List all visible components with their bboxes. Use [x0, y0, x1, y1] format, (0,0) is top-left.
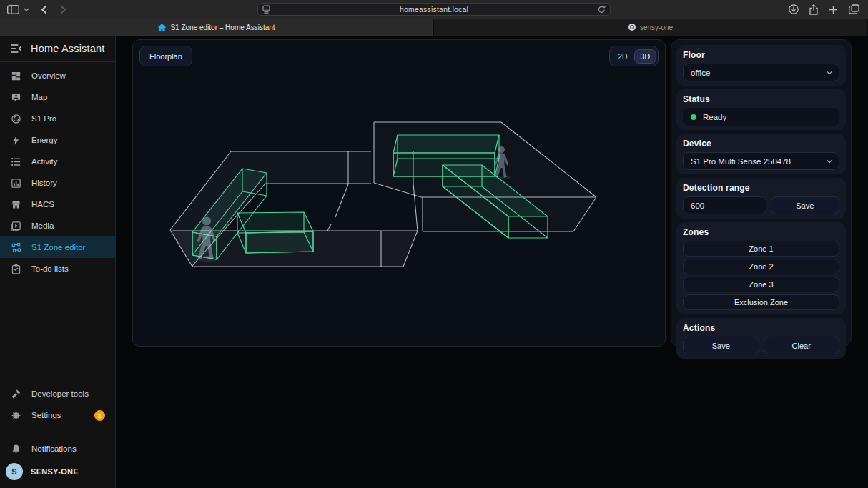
floor-title: Floor	[683, 49, 839, 61]
chevron-down-icon[interactable]	[24, 8, 29, 11]
forward-icon[interactable]	[60, 5, 66, 14]
sidebar-item-settings[interactable]: Settings 1	[0, 404, 115, 426]
hammer-icon	[10, 389, 22, 399]
tab-title: S1 Zone editor – Home Assistant	[170, 24, 275, 31]
gear-icon	[10, 410, 22, 421]
device-select[interactable]: S1 Pro Multi Sense 250478	[683, 152, 839, 170]
floorplan-button[interactable]: Floorplan	[139, 46, 192, 66]
sidebar-item-energy[interactable]: Energy	[0, 129, 115, 151]
status-title: Status	[683, 94, 839, 105]
radar-icon	[10, 114, 22, 124]
status-value: Ready	[703, 113, 726, 121]
tab-home-assistant[interactable]: S1 Zone editor – Home Assistant	[0, 19, 434, 36]
map-icon	[10, 92, 22, 103]
sidebar: Home Assistant Overview Map S1 Pro Energ…	[0, 36, 116, 488]
clipboard-icon	[10, 264, 22, 274]
toggle-3d[interactable]: 3D	[634, 49, 656, 64]
menu-open-icon[interactable]	[10, 44, 22, 54]
sidebar-item-s1-pro[interactable]: S1 Pro	[0, 108, 115, 129]
sidebar-item-map[interactable]: Map	[0, 86, 115, 108]
sidebar-item-s1-zone-editor[interactable]: S1 Zone editor	[0, 236, 115, 258]
sidebar-nav: Overview Map S1 Pro Energy Activity Hist…	[0, 62, 115, 279]
lightning-icon	[10, 135, 22, 146]
sidebar-item-activity[interactable]: Activity	[0, 151, 115, 172]
device-card: Device S1 Pro Multi Sense 250478	[676, 134, 846, 174]
zone-1-button[interactable]: Zone 1	[683, 241, 839, 257]
tab-title: sensy-one	[640, 24, 673, 31]
floor-card: Floor office	[676, 45, 846, 86]
store-icon	[10, 199, 22, 210]
browser-toolbar: homeassistant.local	[0, 0, 868, 19]
back-icon[interactable]	[41, 5, 47, 14]
chevron-down-icon	[827, 157, 832, 163]
toggle-2d[interactable]: 2D	[611, 49, 633, 64]
sidebar-item-developer-tools[interactable]: Developer tools	[0, 383, 115, 404]
share-icon[interactable]	[809, 4, 818, 15]
detection-range-card: Detection range Save	[676, 178, 846, 219]
zone-3-button[interactable]: Zone 3	[683, 277, 839, 292]
sidebar-item-hacs[interactable]: HACS	[0, 194, 115, 215]
chevron-down-icon	[827, 69, 832, 74]
history-chart-icon	[10, 178, 22, 189]
home-assistant-favicon	[158, 24, 166, 31]
device-title: Device	[683, 138, 839, 149]
sidebar-footer: Developer tools Settings 1 Notifications…	[0, 383, 115, 484]
activity-list-icon	[10, 156, 22, 167]
zone-2-button[interactable]: Zone 2	[683, 259, 839, 274]
reader-page-icon[interactable]	[262, 5, 270, 14]
zone-box-2[interactable]	[237, 212, 313, 253]
app-title: Home Assistant	[31, 43, 105, 54]
new-tab-icon[interactable]	[829, 5, 838, 14]
sidebar-item-todo-lists[interactable]: To-do lists	[0, 258, 115, 279]
zones-title: Zones	[683, 226, 839, 238]
address-bar[interactable]: homeassistant.local	[257, 3, 611, 16]
reload-icon[interactable]	[598, 5, 606, 14]
settings-panel: Floor office Status Ready Device S1 Pro …	[671, 39, 852, 347]
settings-badge: 1	[94, 410, 105, 421]
actions-card: Actions Save Clear	[676, 318, 846, 359]
sidebar-item-notifications[interactable]: Notifications	[0, 438, 115, 459]
downloads-icon[interactable]	[789, 4, 799, 14]
status-dot	[691, 114, 696, 120]
sidebar-item-overview[interactable]: Overview	[0, 65, 115, 86]
detection-range-field	[683, 196, 766, 214]
sidebar-divider	[0, 432, 115, 432]
tab-bar: S1 Zone editor – Home Assistant sensy-on…	[0, 19, 868, 36]
status-card: Status Ready	[676, 89, 846, 130]
actions-save-button[interactable]: Save	[683, 337, 759, 354]
bell-icon	[10, 444, 22, 454]
dashboard-icon	[10, 71, 22, 81]
status-field: Ready	[683, 108, 839, 126]
user-name: SENSY-ONE	[31, 467, 79, 476]
actions-title: Actions	[683, 322, 839, 334]
url-text: homeassistant.local	[270, 5, 598, 14]
home-assistant-app: Home Assistant Overview Map S1 Pro Energ…	[0, 36, 868, 488]
sidebar-toggle-icon[interactable]	[7, 5, 19, 14]
sidebar-item-media[interactable]: Media	[0, 215, 115, 236]
avatar: S	[6, 463, 23, 480]
floorplan-canvas[interactable]: Floorplan 2D 3D	[132, 39, 666, 347]
exclusion-zone-button[interactable]: Exclusion Zone	[683, 294, 839, 310]
tab-sensy-one[interactable]: sensy-one	[434, 19, 868, 36]
vector-polygon-icon	[10, 242, 22, 253]
play-box-icon	[10, 221, 22, 231]
actions-clear-button[interactable]: Clear	[764, 337, 840, 354]
github-icon	[628, 24, 636, 31]
view-mode-toggle: 2D 3D	[609, 46, 659, 66]
floor-select[interactable]: office	[683, 64, 839, 81]
tab-overview-icon[interactable]	[849, 4, 859, 14]
detection-range-title: Detection range	[683, 182, 839, 194]
floorplan-3d-view	[133, 40, 665, 346]
sidebar-user[interactable]: S SENSY-ONE	[0, 459, 115, 484]
zones-card: Zones Zone 1 Zone 2 Zone 3 Exclusion Zon…	[676, 222, 846, 314]
detection-range-save-button[interactable]: Save	[771, 196, 840, 214]
detection-range-input[interactable]	[691, 201, 759, 210]
sidebar-item-history[interactable]: History	[0, 172, 115, 194]
